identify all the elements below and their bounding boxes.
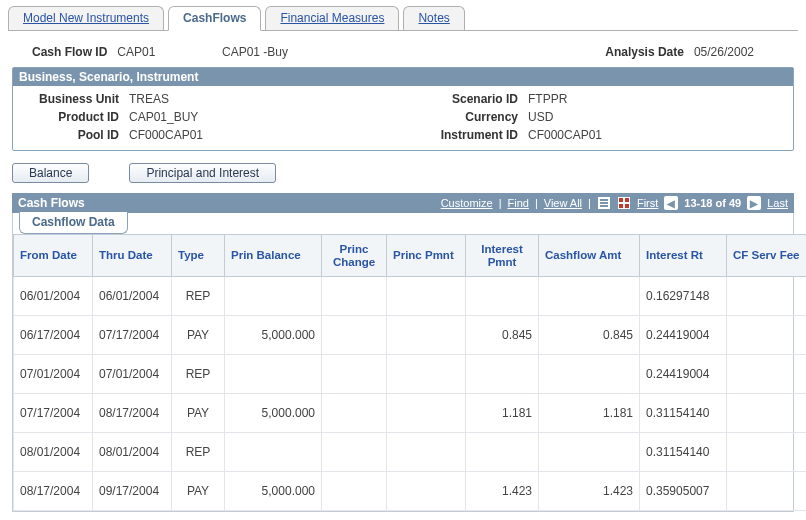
col-interest-pmnt[interactable]: Interest Pmnt	[466, 235, 539, 277]
col-from-date[interactable]: From Date	[14, 235, 93, 277]
cell-from-date: 08/17/2004	[14, 472, 93, 511]
tab-label: Model New Instruments	[23, 11, 149, 25]
cell-princ-change	[322, 394, 387, 433]
cell-cf-serv-fee	[727, 394, 807, 433]
cash-flow-id-label: Cash Flow ID	[32, 45, 107, 59]
cell-interest-rt: 0.24419004	[640, 316, 727, 355]
cell-cashflow-amt: 1.181	[539, 394, 640, 433]
cell-princ-pmnt	[387, 472, 466, 511]
cell-type: PAY	[172, 394, 225, 433]
cell-cashflow-amt: 0.845	[539, 316, 640, 355]
cell-prin-balance	[225, 433, 322, 472]
first-link[interactable]: First	[637, 197, 658, 209]
cell-interest-pmnt	[466, 433, 539, 472]
cell-prin-balance: 5,000.000	[225, 394, 322, 433]
cell-prin-balance	[225, 355, 322, 394]
page-range: 13-18 of 49	[684, 197, 741, 209]
table-row: 08/01/200408/01/2004REP0.31154140	[14, 433, 807, 472]
tab-label: CashFlows	[183, 11, 246, 25]
svg-rect-3	[625, 198, 629, 202]
col-thru-date[interactable]: Thru Date	[93, 235, 172, 277]
cell-cashflow-amt	[539, 433, 640, 472]
next-page-icon[interactable]: ▶	[747, 196, 761, 210]
cell-interest-rt: 0.16297148	[640, 277, 727, 316]
cell-princ-change	[322, 472, 387, 511]
cell-cashflow-amt	[539, 277, 640, 316]
cell-interest-rt: 0.31154140	[640, 394, 727, 433]
tab-model-new-instruments[interactable]: Model New Instruments	[8, 6, 164, 30]
analysis-date-label: Analysis Date	[605, 45, 684, 59]
col-princ-change[interactable]: Princ Change	[322, 235, 387, 277]
cell-cf-serv-fee	[727, 316, 807, 355]
cell-thru-date: 07/17/2004	[93, 316, 172, 355]
download-icon[interactable]	[597, 196, 611, 210]
business-scenario-instrument-group: Business, Scenario, Instrument Business …	[12, 67, 794, 151]
table-row: 06/01/200406/01/2004REP0.16297148	[14, 277, 807, 316]
prev-page-icon[interactable]: ◀	[664, 196, 678, 210]
scenario-id-label: Scenario ID	[418, 92, 518, 106]
col-cf-serv-fee[interactable]: CF Serv Fee	[727, 235, 807, 277]
find-link[interactable]: Find	[507, 197, 528, 209]
col-prin-balance[interactable]: Prin Balance	[225, 235, 322, 277]
cell-cashflow-amt	[539, 355, 640, 394]
cell-type: PAY	[172, 316, 225, 355]
cashflows-table: From Date Thru Date Type Prin Balance Pr…	[13, 234, 806, 511]
cell-prin-balance: 5,000.000	[225, 316, 322, 355]
grid-icon[interactable]	[617, 196, 631, 210]
svg-rect-2	[619, 198, 623, 202]
table-row: 07/17/200408/17/2004PAY5,000.0001.1811.1…	[14, 394, 807, 433]
cell-interest-pmnt: 1.181	[466, 394, 539, 433]
scenario-id-value: FTPPR	[528, 92, 567, 106]
cell-cf-serv-fee	[727, 433, 807, 472]
tab-cashflows[interactable]: CashFlows	[168, 6, 261, 31]
tab-notes[interactable]: Notes	[403, 6, 464, 30]
cell-princ-change	[322, 316, 387, 355]
col-type[interactable]: Type	[172, 235, 225, 277]
view-all-link[interactable]: View All	[544, 197, 582, 209]
col-cashflow-amt[interactable]: Cashflow Amt	[539, 235, 640, 277]
cell-from-date: 07/01/2004	[14, 355, 93, 394]
col-interest-rt[interactable]: Interest Rt	[640, 235, 727, 277]
cell-interest-rt: 0.35905007	[640, 472, 727, 511]
business-unit-value: TREAS	[129, 92, 169, 106]
table-row: 08/17/200409/17/2004PAY5,000.0001.4231.4…	[14, 472, 807, 511]
button-label: Principal and Interest	[146, 166, 259, 180]
cell-prin-balance: 5,000.000	[225, 472, 322, 511]
principal-interest-button[interactable]: Principal and Interest	[129, 163, 276, 183]
cell-interest-rt: 0.24419004	[640, 355, 727, 394]
tab-label: Financial Measures	[280, 11, 384, 25]
table-row: 07/01/200407/01/2004REP0.24419004	[14, 355, 807, 394]
cell-princ-change	[322, 433, 387, 472]
cell-interest-rt: 0.31154140	[640, 433, 727, 472]
cell-from-date: 08/01/2004	[14, 433, 93, 472]
cell-princ-pmnt	[387, 316, 466, 355]
cell-thru-date: 06/01/2004	[93, 277, 172, 316]
cell-thru-date: 07/01/2004	[93, 355, 172, 394]
currency-value: USD	[528, 110, 553, 124]
instrument-id-value: CF000CAP01	[528, 128, 602, 142]
pool-id-value: CF000CAP01	[129, 128, 203, 142]
cell-thru-date: 08/01/2004	[93, 433, 172, 472]
customize-link[interactable]: Customize	[441, 197, 493, 209]
cell-type: REP	[172, 277, 225, 316]
balance-button[interactable]: Balance	[12, 163, 89, 183]
section-title: Cash Flows	[18, 196, 85, 210]
cell-cf-serv-fee	[727, 472, 807, 511]
cell-from-date: 07/17/2004	[14, 394, 93, 433]
main-tabstrip: Model New Instruments CashFlows Financia…	[8, 4, 798, 31]
cell-interest-pmnt: 0.845	[466, 316, 539, 355]
col-princ-pmnt[interactable]: Princ Pmnt	[387, 235, 466, 277]
cell-princ-pmnt	[387, 355, 466, 394]
instrument-id-label: Instrument ID	[418, 128, 518, 142]
analysis-date-value: 05/26/2002	[694, 45, 754, 59]
cash-flow-desc: CAP01 -Buy	[222, 45, 482, 59]
product-id-label: Product ID	[23, 110, 119, 124]
cell-type: REP	[172, 433, 225, 472]
subtab-cashflow-data[interactable]: Cashflow Data	[19, 212, 128, 234]
last-link[interactable]: Last	[767, 197, 788, 209]
cell-princ-change	[322, 355, 387, 394]
group-title: Business, Scenario, Instrument	[13, 68, 793, 86]
tab-financial-measures[interactable]: Financial Measures	[265, 6, 399, 30]
cell-cashflow-amt: 1.423	[539, 472, 640, 511]
business-unit-label: Business Unit	[23, 92, 119, 106]
